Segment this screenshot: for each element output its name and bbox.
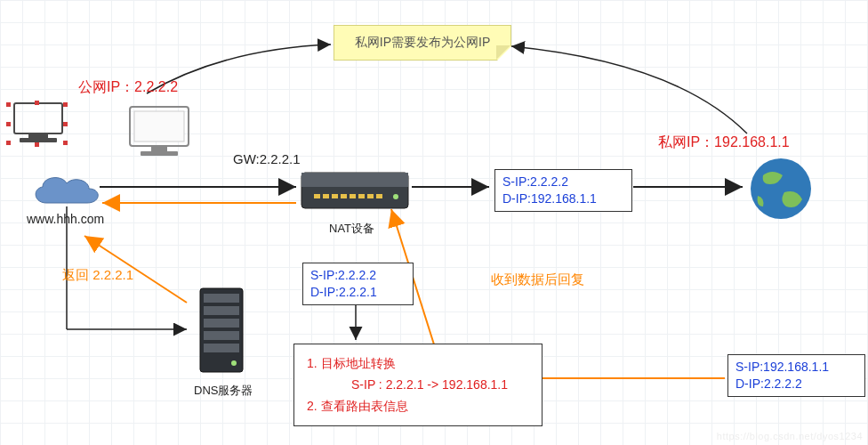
router-icon: [298, 167, 414, 217]
nat-steps-box: 1. 目标地址转换 S-IP : 2.2.2.1 -> 192.168.1.1 …: [293, 344, 542, 426]
svg-rect-18: [323, 194, 329, 198]
globe-icon: [745, 153, 816, 224]
sticky-note: 私网IP需要发布为公网IP: [334, 25, 511, 61]
sip-line: S-IP:192.168.1.1: [735, 359, 857, 376]
svg-rect-30: [204, 319, 239, 328]
svg-rect-8: [14, 103, 62, 134]
reply-label: 收到数据后回复: [491, 271, 584, 288]
svg-rect-22: [358, 194, 365, 198]
svg-rect-29: [204, 306, 239, 315]
cloud-icon: [27, 169, 107, 214]
domain-label: www.hhh.com: [27, 212, 104, 226]
gateway-label: GW:2.2.2.1: [233, 151, 301, 166]
svg-rect-32: [204, 344, 239, 352]
svg-rect-23: [367, 194, 374, 198]
svg-rect-19: [332, 194, 338, 198]
private-ip-label: 私网IP：192.168.1.1: [658, 134, 790, 152]
client-pc-2: [125, 103, 196, 166]
pc-icon: [125, 103, 196, 164]
svg-rect-24: [376, 194, 382, 198]
dip-line: D-IP:192.168.1.1: [502, 190, 624, 207]
globe-node: [745, 153, 816, 227]
svg-point-26: [751, 158, 811, 219]
ip-box-reply: S-IP:192.168.1.1 D-IP:2.2.2.2: [727, 354, 865, 397]
svg-rect-9: [28, 134, 48, 138]
nat-router: [298, 167, 414, 220]
svg-rect-14: [141, 151, 178, 156]
watermark: https://blog.csdn.net/dyos1234: [717, 431, 863, 441]
svg-point-25: [393, 194, 398, 199]
cloud-node: [27, 169, 107, 216]
ip-box-to-gateway: S-IP:2.2.2.2 D-IP:2.2.2.1: [302, 263, 414, 305]
svg-rect-16: [301, 173, 408, 187]
step-2: 2. 查看路由表信息: [307, 396, 529, 417]
svg-rect-28: [204, 294, 239, 303]
dns-return-label: 返回 2.2.2.1: [62, 267, 133, 284]
sip-line: S-IP:2.2.2.2: [502, 174, 624, 190]
dip-line: D-IP:2.2.2.2: [735, 376, 857, 392]
svg-rect-13: [151, 146, 167, 151]
svg-point-33: [231, 360, 237, 366]
ip-box-outgoing: S-IP:2.2.2.2 D-IP:192.168.1.1: [494, 169, 632, 212]
sip-line: S-IP:2.2.2.2: [310, 267, 406, 284]
nat-device-label: NAT设备: [329, 221, 374, 237]
public-ip-label: 公网IP：2.2.2.2: [78, 78, 178, 97]
svg-rect-12: [134, 111, 184, 142]
dns-server-label: DNS服务器: [194, 383, 253, 399]
dip-line: D-IP:2.2.2.1: [310, 284, 406, 301]
step-1-detail: S-IP : 2.2.2.1 -> 192.168.1.1: [307, 375, 529, 396]
client-pc-1: [7, 98, 69, 154]
svg-rect-20: [341, 194, 347, 198]
svg-rect-31: [204, 331, 239, 340]
svg-rect-17: [314, 194, 320, 198]
svg-rect-21: [350, 194, 356, 198]
sticky-note-text: 私网IP需要发布为公网IP: [355, 35, 490, 49]
step-1: 1. 目标地址转换: [307, 353, 529, 375]
server-icon: [191, 283, 253, 381]
dns-server: [191, 283, 253, 384]
